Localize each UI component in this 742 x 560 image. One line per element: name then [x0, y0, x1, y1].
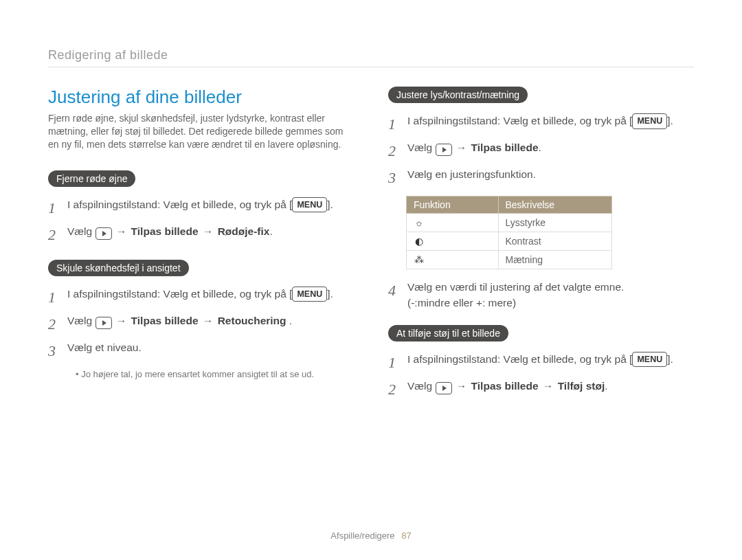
page-title: Justering af dine billeder	[48, 87, 354, 108]
column-right: Justere lys/kontrast/mætning 1 I afspiln…	[388, 80, 694, 407]
steps-retouch: 1 I afspilningstilstand: Vælg et billede…	[48, 286, 354, 362]
intro-text: Fjern røde øjne, skjul skønhedsfejl, jus…	[48, 112, 354, 151]
step-number: 2	[48, 313, 60, 335]
step-number: 3	[388, 166, 401, 189]
footer-section: Afspille/redigere	[330, 530, 394, 541]
table-header-desc: Beskrivelse	[498, 197, 612, 214]
step-number: 2	[388, 378, 401, 401]
step-number: 1	[48, 197, 60, 219]
table-header-func: Funktion	[407, 197, 499, 214]
menu-chip-icon: MENU	[632, 113, 667, 129]
menu-chip-icon: MENU	[632, 352, 667, 368]
table-row: ☼ Lysstyrke	[407, 214, 612, 232]
table-cell: Mætning	[498, 251, 612, 269]
step-text: Vælg → Tilpas billede → Tilføj støj.	[407, 378, 608, 394]
table-cell: Lysstyrke	[498, 214, 612, 232]
play-chip-icon	[95, 317, 112, 329]
adjust-function-table: Funktion Beskrivelse ☼ Lysstyrke ◐ Kontr…	[406, 196, 612, 269]
section-pill-noise: At tilføje støj til et billede	[388, 325, 508, 341]
step-note: Jo højere tal, jo mere ensartet kommer a…	[76, 369, 354, 379]
steps-red-eye: 1 I afspilningstilstand: Vælg et billede…	[48, 197, 354, 246]
step-text: Vælg → Tilpas billede → Rødøje-fix.	[67, 223, 273, 240]
page-footer: Afspille/redigere 87	[0, 530, 742, 541]
steps-adjust: 1 I afspilningstilstand: Vælg et billede…	[388, 113, 694, 189]
breadcrumb: Redigering af billede	[48, 48, 694, 67]
step-text: I afspilningstilstand: Vælg et billede, …	[67, 197, 333, 213]
section-pill-retouch: Skjule skønhedsfejl i ansigtet	[48, 260, 189, 276]
step-text: Vælg en justeringsfunktion.	[407, 166, 536, 182]
step-text: Vælg en værdi til justering af det valgt…	[407, 279, 624, 311]
step-text: Vælg et niveau.	[67, 339, 142, 355]
steps-noise: 1 I afspilningstilstand: Vælg et billede…	[388, 351, 694, 401]
brightness-icon: ☼	[414, 217, 425, 228]
menu-chip-icon: MENU	[292, 197, 327, 213]
step-number: 2	[48, 223, 60, 246]
table-cell: Kontrast	[498, 232, 612, 251]
step-number: 2	[388, 139, 401, 162]
step-text: I afspilningstilstand: Vælg et billede, …	[407, 113, 673, 129]
play-chip-icon	[436, 144, 452, 156]
step-text: I afspilningstilstand: Vælg et billede, …	[67, 286, 333, 302]
section-pill-adjust: Justere lys/kontrast/mætning	[388, 87, 528, 103]
table-row: ◐ Kontrast	[407, 232, 612, 251]
step-text: I afspilningstilstand: Vælg et billede, …	[407, 351, 673, 368]
step-number: 3	[48, 339, 60, 362]
column-left: Justering af dine billeder Fjern røde øj…	[48, 80, 354, 407]
saturation-icon: ⁂	[414, 254, 425, 265]
step-number: 1	[48, 286, 60, 309]
content-columns: Justering af dine billeder Fjern røde øj…	[48, 80, 694, 407]
section-pill-red-eye: Fjerne røde øjne	[48, 170, 135, 187]
step-number: 1	[388, 113, 401, 135]
step-text: Vælg → Tilpas billede → Retouchering .	[67, 313, 292, 329]
step-number: 4	[388, 279, 401, 302]
play-chip-icon	[95, 227, 112, 240]
contrast-icon: ◐	[414, 236, 425, 247]
step-number: 1	[388, 351, 401, 374]
page-number: 87	[401, 530, 411, 541]
table-row: ⁂ Mætning	[407, 251, 612, 269]
steps-adjust-cont: 4 Vælg en værdi til justering af det val…	[388, 279, 694, 311]
play-chip-icon	[436, 382, 452, 394]
step-text: Vælg → Tilpas billede.	[407, 139, 541, 156]
menu-chip-icon: MENU	[292, 287, 327, 302]
page: Redigering af billede Justering af dine …	[0, 0, 742, 560]
